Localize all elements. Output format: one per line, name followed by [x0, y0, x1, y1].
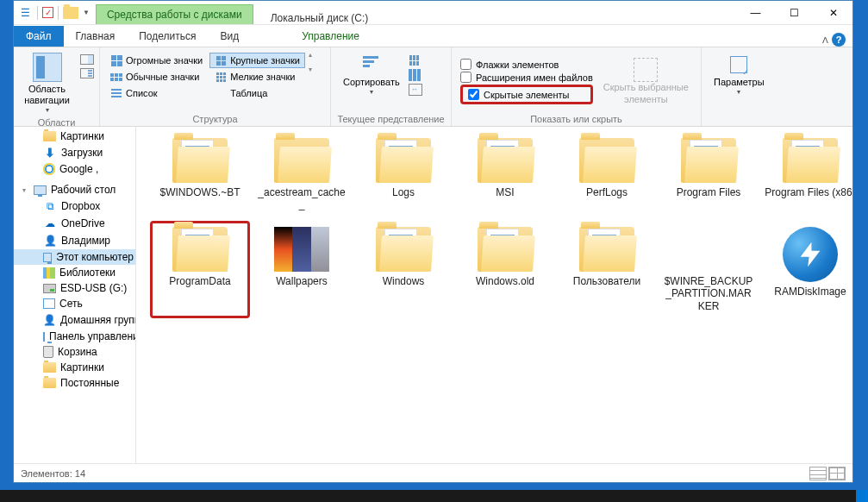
google-drive-icon [43, 163, 55, 175]
sort-button[interactable]: Сортировать ▾ [336, 51, 407, 97]
sidebar-item-label: Картинки [60, 130, 104, 142]
tab-manage[interactable]: Управление [290, 26, 372, 47]
minimize-ribbon-icon[interactable]: ᐱ [822, 35, 828, 45]
size-columns-icon[interactable]: ↔ [409, 84, 422, 96]
options-button[interactable]: Параметры ▾ [707, 51, 771, 97]
sidebar-item-label: Владимир [61, 235, 110, 247]
sidebar-item-network[interactable]: Сеть [14, 296, 135, 311]
trash-icon [43, 346, 53, 358]
dropbox-icon: ⧉ [43, 199, 57, 213]
usb-disk-icon [43, 284, 56, 293]
contextual-tab-disk-tools[interactable]: Средства работы с дисками [96, 4, 253, 24]
tab-home[interactable]: Главная [64, 26, 128, 47]
sidebar-item-pictures[interactable]: Картинки [14, 129, 135, 144]
tab-file[interactable]: Файл [14, 26, 64, 47]
file-item-windowsold[interactable]: Windows.old [455, 221, 555, 318]
navigation-sidebar[interactable]: Картинки⬇ЗагрузкиGoogle ,▾Рабочий стол⧉D… [14, 127, 136, 463]
file-item-acestream[interactable]: _acestream_cache_ [252, 132, 352, 217]
navigation-pane-icon [33, 53, 62, 82]
libraries-icon [43, 267, 55, 279]
layout-large-icons[interactable]: Крупные значки [209, 53, 305, 68]
folder-icon [681, 138, 736, 183]
add-columns-icon[interactable] [409, 69, 422, 81]
taskbar[interactable] [0, 490, 868, 502]
file-extensions-toggle[interactable]: Расширения имен файлов [460, 72, 593, 83]
file-item-progfilesx86[interactable]: Program Files (x86) [760, 132, 852, 217]
file-item-users[interactable]: Пользователи [557, 221, 657, 318]
layout-list[interactable]: Список [105, 85, 208, 101]
qat-dropdown-icon[interactable]: ▼ [80, 9, 92, 16]
details-view-icon[interactable] [809, 467, 827, 480]
navigation-pane-button[interactable]: Область навигации ▾ [19, 51, 75, 116]
sidebar-item-libs[interactable]: Библиотеки [14, 265, 135, 280]
sidebar-item-label: Корзина [58, 346, 97, 358]
download-icon: ⬇ [43, 146, 57, 160]
file-label: Logs [392, 186, 415, 198]
folder-icon [579, 227, 634, 272]
maximize-button[interactable]: ☐ [775, 1, 814, 25]
layout-huge-icons[interactable]: Огромные значки [105, 53, 208, 68]
sidebar-item-trash[interactable]: Корзина [14, 344, 135, 360]
layout-scroll-down-icon[interactable]: ▾ [309, 66, 312, 73]
file-view[interactable]: $WINDOWS.~BT_acestream_cache_LogsMSIPerf… [136, 127, 852, 463]
minimize-button[interactable]: — [736, 1, 775, 25]
monitor-icon [43, 332, 45, 342]
layout-medium-icons[interactable]: Обычные значки [105, 69, 208, 85]
sidebar-item-downloads[interactable]: ⬇Загрузки [14, 144, 135, 161]
close-button[interactable]: ✕ [814, 1, 852, 25]
file-item-windowsbt[interactable]: $WINDOWS.~BT [150, 132, 250, 217]
checkbox-icon[interactable]: ✓ [42, 7, 53, 18]
onedrive-icon: ☁ [43, 216, 57, 230]
sidebar-item-esdusb[interactable]: ESD-USB (G:) [14, 280, 135, 296]
file-item-perflogs[interactable]: PerfLogs [557, 132, 657, 217]
status-bar: Элементов: 14 [14, 463, 852, 482]
explorer-window: ☰ ✓ ▼ Средства работы с дисками Локальны… [13, 0, 853, 483]
item-checkboxes-toggle[interactable]: Флажки элементов [460, 59, 593, 70]
sidebar-item-pictures2[interactable]: Картинки [14, 360, 135, 375]
monitor-icon [43, 253, 52, 262]
preview-pane-icon[interactable] [80, 54, 94, 65]
sidebar-item-ctrlpanel[interactable]: Панель управления [14, 329, 135, 344]
details-pane-icon[interactable] [80, 68, 94, 78]
file-label: _acestream_cache_ [256, 186, 347, 211]
hidden-items-toggle[interactable]: Скрытые элементы [468, 89, 585, 100]
folder-icon [579, 138, 634, 183]
window-controls: — ☐ ✕ [736, 1, 852, 25]
sidebar-item-dropbox[interactable]: ⧉Dropbox [14, 198, 135, 215]
sidebar-item-label: Этот компьютер [56, 251, 134, 263]
file-item-ramdisk[interactable]: RAMDiskImage [760, 221, 852, 318]
sidebar-item-desktop[interactable]: ▾Рабочий стол [14, 182, 135, 198]
file-item-logs[interactable]: Logs [353, 132, 453, 217]
group-show-hide-label: Показать или скрыть [457, 112, 696, 124]
layout-small-icons[interactable]: Мелкие значки [209, 69, 305, 85]
file-item-programdata[interactable]: ProgramData [150, 221, 250, 318]
help-icon[interactable]: ? [832, 33, 846, 47]
hide-selected-button: Скрыть выбранные элементы [596, 56, 696, 106]
file-label: Пользователи [573, 275, 640, 287]
sidebar-item-onedrive[interactable]: ☁OneDrive [14, 215, 135, 232]
sidebar-item-label: Домашняя группа [60, 314, 135, 326]
layout-table[interactable]: Таблица [209, 85, 305, 101]
tab-share[interactable]: Поделиться [127, 26, 208, 47]
file-item-progfiles[interactable]: Program Files [659, 132, 759, 217]
ribbon-tabs: Файл Главная Поделиться Вид Управление ᐱ… [14, 25, 852, 47]
sidebar-item-google[interactable]: Google , [14, 161, 135, 177]
file-item-wallpapers[interactable]: Wallpapers [252, 221, 352, 318]
file-label: Windows [383, 275, 425, 287]
ramdisk-icon [783, 227, 838, 282]
layout-scroll-up-icon[interactable]: ▴ [309, 51, 312, 59]
group-by-icon[interactable] [409, 54, 422, 66]
hide-selected-icon [634, 58, 658, 82]
sidebar-item-vladimir[interactable]: 👤Владимир [14, 232, 135, 249]
sidebar-item-homegroup[interactable]: 👤Домашняя группа [14, 311, 135, 329]
properties-icon[interactable]: ☰ [17, 5, 33, 21]
large-icons-view-icon[interactable] [828, 467, 846, 480]
sidebar-item-label: Картинки [60, 361, 104, 373]
file-item-msi[interactable]: MSI [455, 132, 555, 217]
tab-view[interactable]: Вид [208, 26, 251, 47]
file-item-windows[interactable]: Windows [353, 221, 453, 318]
sidebar-item-thispc[interactable]: Этот компьютер [14, 249, 135, 265]
sidebar-item-constant[interactable]: Постоянные [14, 375, 135, 391]
file-item-winrebak[interactable]: $WINRE_BACKUP_PARTITION.MARKER [659, 221, 759, 318]
new-folder-icon[interactable] [63, 7, 78, 19]
